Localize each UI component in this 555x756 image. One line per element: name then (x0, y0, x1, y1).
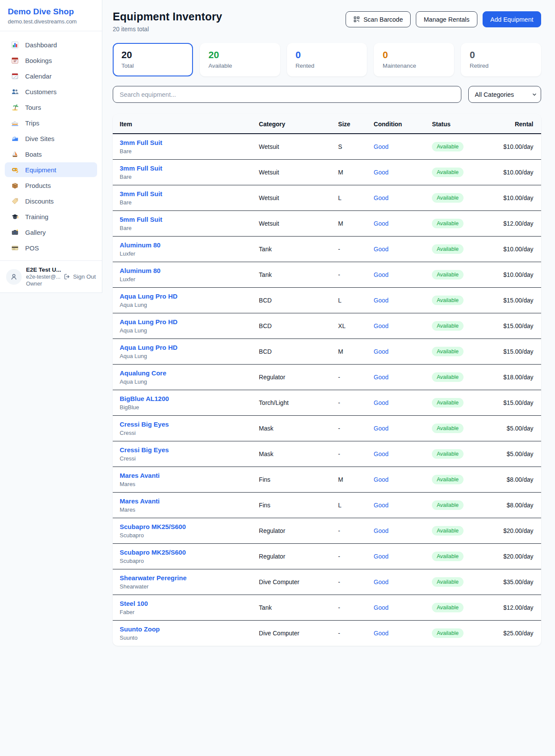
item-category: Mask (252, 416, 331, 441)
item-brand: Luxfer (120, 276, 245, 283)
condition-link[interactable]: Good (374, 194, 388, 201)
sidebar-item[interactable]: Dashboard (5, 37, 97, 52)
add-equipment-button[interactable]: Add Equipment (483, 11, 541, 27)
item-size: M (331, 211, 367, 237)
item-name-link[interactable]: Mares Avanti (120, 497, 160, 505)
sidebar-item[interactable]: Boats (5, 147, 97, 161)
condition-link[interactable]: Good (374, 322, 388, 329)
stat-card[interactable]: 0 Rented (287, 43, 367, 76)
item-name-link[interactable]: Shearwater Peregrine (120, 574, 186, 582)
table-row: Cressi Big Eyes Cressi Mask - Good Avail… (113, 441, 541, 467)
stat-card[interactable]: 0 Retired (461, 43, 541, 76)
condition-link[interactable]: Good (374, 476, 388, 483)
status-badge: Available (432, 424, 464, 433)
svg-text:17: 17 (13, 59, 16, 62)
sidebar-item-label: Trips (25, 119, 39, 127)
item-name-link[interactable]: Aqua Lung Pro HD (120, 344, 177, 351)
table-row: Suunto Zoop Suunto Dive Computer - Good … (113, 621, 541, 646)
equipment-table: Item Category Size Condition Status Rent… (113, 114, 541, 646)
item-name-link[interactable]: Mares Avanti (120, 472, 160, 479)
sidebar-item[interactable]: Training (5, 209, 97, 224)
condition-link[interactable]: Good (374, 553, 388, 560)
wave-icon (10, 135, 19, 142)
condition-link[interactable]: Good (374, 450, 388, 457)
item-size: M (331, 160, 367, 185)
item-name-link[interactable]: Aqualung Core (120, 369, 166, 377)
condition-link[interactable]: Good (374, 527, 388, 534)
brand-title: Demo Dive Shop (8, 7, 94, 16)
sailboat-icon (10, 150, 19, 158)
item-name-link[interactable]: Scubapro MK25/S600 (120, 523, 186, 530)
app-shell: Demo Dive Shop demo.test.divestreams.com… (0, 0, 555, 646)
sidebar-item[interactable]: 17 Bookings (5, 53, 97, 68)
sidebar-item[interactable]: Trips (5, 115, 97, 130)
item-category: Regulator (252, 365, 331, 390)
rental-price: $10.00/day (496, 160, 541, 185)
condition-link[interactable]: Good (374, 630, 388, 637)
search-input[interactable] (113, 86, 461, 103)
item-name-link[interactable]: Suunto Zoop (120, 625, 160, 633)
sidebar-item[interactable]: Products (5, 178, 97, 193)
rental-price: $5.00/day (496, 416, 541, 441)
label-tag-icon (10, 197, 19, 205)
condition-link[interactable]: Good (374, 579, 388, 585)
item-name-link[interactable]: Scubapro MK25/S600 (120, 549, 186, 556)
stat-card[interactable]: 0 Maintenance (374, 43, 454, 76)
graduation-cap-icon (10, 213, 19, 220)
sidebar-item[interactable]: Customers (5, 84, 97, 99)
item-name-link[interactable]: 5mm Full Suit (120, 216, 162, 223)
stat-label: Maintenance (382, 62, 445, 69)
condition-link[interactable]: Good (374, 374, 388, 381)
stat-value: 20 (121, 49, 184, 61)
condition-link[interactable]: Good (374, 502, 388, 509)
camera-icon (10, 228, 19, 236)
main-content: Equipment Inventory 20 items total Scan … (102, 0, 555, 646)
condition-link[interactable]: Good (374, 246, 388, 253)
item-name-link[interactable]: Aluminum 80 (120, 241, 160, 249)
sidebar-item[interactable]: Dive Sites (5, 131, 97, 146)
sidebar-item[interactable]: Tours (5, 100, 97, 115)
table-row: Aqua Lung Pro HD Aqua Lung BCD L Good Av… (113, 288, 541, 313)
item-brand: Aqua Lung (120, 302, 245, 308)
sidebar-item[interactable]: Gallery (5, 225, 97, 240)
condition-link[interactable]: Good (374, 143, 388, 150)
sidebar-item[interactable]: Discounts (5, 194, 97, 208)
stat-card[interactable]: 20 Available (200, 43, 280, 76)
item-name-link[interactable]: BigBlue AL1200 (120, 395, 169, 402)
condition-link[interactable]: Good (374, 271, 388, 278)
item-size: M (331, 339, 367, 365)
item-name-link[interactable]: Cressi Big Eyes (120, 421, 169, 428)
table-row: Cressi Big Eyes Cressi Mask - Good Avail… (113, 416, 541, 441)
sidebar-item[interactable]: Equipment (5, 162, 97, 177)
item-name-link[interactable]: 3mm Full Suit (120, 164, 162, 172)
item-name-link[interactable]: Aqua Lung Pro HD (120, 318, 177, 325)
sign-out-button[interactable]: Sign Out (64, 273, 96, 280)
item-name-link[interactable]: Aluminum 80 (120, 267, 160, 274)
item-name-link[interactable]: Steel 100 (120, 600, 148, 607)
item-category: Regulator (252, 544, 331, 569)
item-name-link[interactable]: Aqua Lung Pro HD (120, 293, 177, 300)
condition-link[interactable]: Good (374, 425, 388, 432)
manage-rentals-button[interactable]: Manage Rentals (416, 11, 477, 27)
rental-price: $8.00/day (496, 467, 541, 493)
condition-link[interactable]: Good (374, 604, 388, 611)
stat-label: Rented (296, 62, 359, 69)
category-select[interactable]: All Categories (468, 86, 541, 103)
item-name-link[interactable]: 3mm Full Suit (120, 190, 162, 197)
condition-link[interactable]: Good (374, 220, 388, 227)
stat-card[interactable]: 20 Total (113, 43, 193, 76)
item-brand: Scubapro (120, 532, 245, 539)
condition-link[interactable]: Good (374, 169, 388, 176)
item-name-link[interactable]: Cressi Big Eyes (120, 446, 169, 454)
condition-link[interactable]: Good (374, 297, 388, 304)
scan-barcode-button[interactable]: Scan Barcode (346, 11, 411, 27)
status-badge: Available (432, 449, 464, 459)
table-row: Scubapro MK25/S600 Scubapro Regulator - … (113, 544, 541, 569)
item-name-link[interactable]: 3mm Full Suit (120, 139, 162, 146)
sidebar-item[interactable]: POS (5, 240, 97, 255)
sidebar-item[interactable]: Calendar (5, 69, 97, 83)
table-row: Mares Avanti Mares Fins M Good Available… (113, 467, 541, 493)
condition-link[interactable]: Good (374, 399, 388, 406)
item-category: Regulator (252, 518, 331, 544)
condition-link[interactable]: Good (374, 348, 388, 355)
